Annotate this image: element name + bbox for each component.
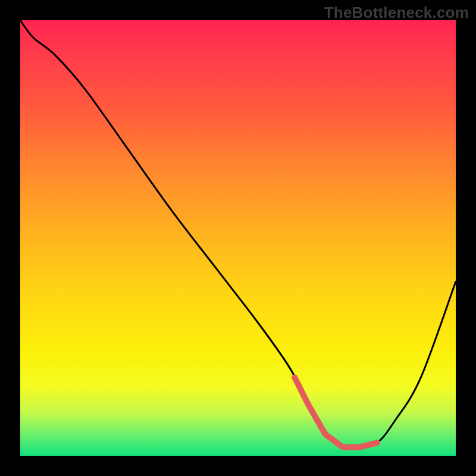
plot-area: [20, 20, 456, 456]
bottleneck-curve: [20, 20, 456, 448]
curve-svg: [20, 20, 456, 456]
watermark-text: TheBottleneck.com: [324, 4, 469, 22]
bottleneck-curve-highlight: [295, 377, 377, 447]
chart-frame: TheBottleneck.com: [0, 0, 476, 476]
